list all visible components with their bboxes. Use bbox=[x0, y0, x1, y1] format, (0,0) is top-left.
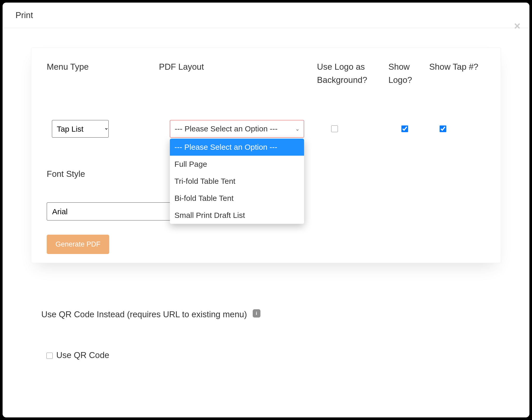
use-logo-bg-checkbox[interactable] bbox=[331, 125, 338, 132]
generate-pdf-button[interactable]: Generate PDF bbox=[47, 235, 109, 254]
pdf-layout-option[interactable]: Tri-fold Table Tent bbox=[170, 173, 304, 190]
pdf-layout-option[interactable]: Small Print Draft List bbox=[170, 207, 304, 224]
controls-row: Tap List --- Please Select an Option ---… bbox=[47, 120, 485, 138]
qr-section-label: Use QR Code Instead (requires URL to exi… bbox=[41, 310, 247, 319]
qr-title-row: Use QR Code Instead (requires URL to exi… bbox=[41, 310, 491, 319]
qr-check-row: Use QR Code bbox=[41, 350, 491, 360]
pdf-layout-selected-text: --- Please Select an Option --- bbox=[175, 124, 277, 133]
use-logo-bg-label: Use Logo as Background? bbox=[317, 60, 388, 86]
show-tap-label: Show Tap #? bbox=[429, 60, 485, 73]
pdf-layout-label: PDF Layout bbox=[159, 60, 317, 73]
modal-header: Print × bbox=[3, 3, 529, 28]
show-logo-label: Show Logo? bbox=[388, 60, 429, 86]
pdf-layout-option[interactable]: Full Page bbox=[170, 156, 304, 173]
modal-body: Menu Type PDF Layout Use Logo as Backgro… bbox=[3, 28, 529, 370]
modal-title: Print bbox=[15, 10, 517, 20]
menu-type-label: Menu Type bbox=[47, 60, 159, 73]
labels-row: Menu Type PDF Layout Use Logo as Backgro… bbox=[47, 60, 485, 86]
use-qr-label: Use QR Code bbox=[56, 350, 109, 360]
info-icon[interactable]: i bbox=[253, 309, 260, 318]
pdf-layout-option[interactable]: --- Please Select an Option --- bbox=[170, 139, 304, 156]
show-logo-checkbox[interactable] bbox=[401, 125, 408, 132]
print-options-card: Menu Type PDF Layout Use Logo as Backgro… bbox=[31, 47, 501, 263]
close-icon[interactable]: × bbox=[514, 21, 520, 31]
use-qr-checkbox[interactable] bbox=[46, 353, 53, 359]
qr-section: Use QR Code Instead (requires URL to exi… bbox=[31, 310, 501, 360]
pdf-layout-option[interactable]: Bi-fold Table Tent bbox=[170, 190, 304, 207]
print-modal: Print × Menu Type PDF Layout Use Logo as… bbox=[3, 3, 529, 417]
show-tap-checkbox[interactable] bbox=[440, 125, 446, 132]
pdf-layout-select[interactable]: --- Please Select an Option --- ⌄ bbox=[170, 120, 304, 138]
menu-type-select[interactable]: Tap List bbox=[52, 120, 109, 138]
chevron-down-icon: ⌄ bbox=[295, 126, 300, 132]
pdf-layout-dropdown: --- Please Select an Option --- Full Pag… bbox=[170, 139, 304, 224]
